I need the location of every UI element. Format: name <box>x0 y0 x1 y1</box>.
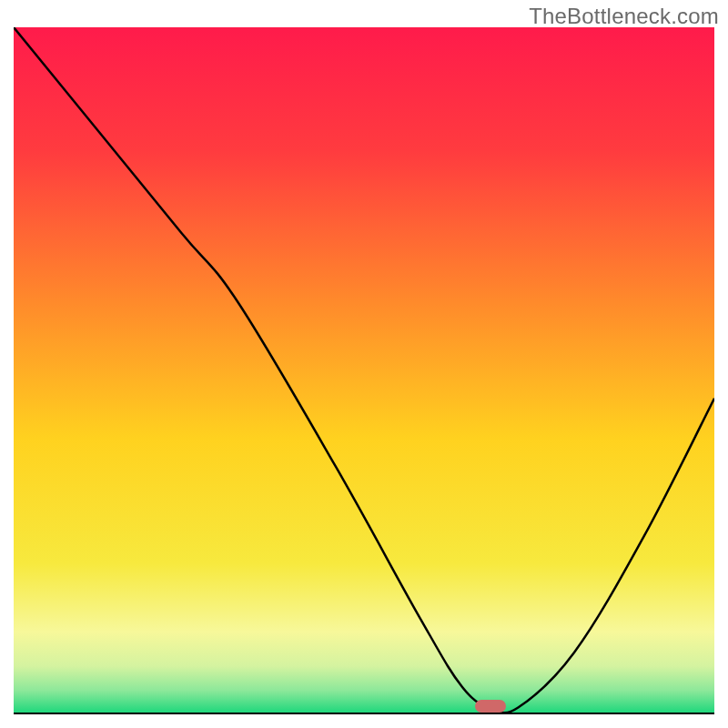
chart-container: TheBottleneck.com <box>0 0 728 728</box>
watermark-text: TheBottleneck.com <box>529 4 719 29</box>
gradient-background <box>14 27 714 714</box>
optimal-zone-marker <box>475 700 506 713</box>
plot-area <box>14 27 714 714</box>
bottleneck-chart-svg <box>14 27 714 714</box>
